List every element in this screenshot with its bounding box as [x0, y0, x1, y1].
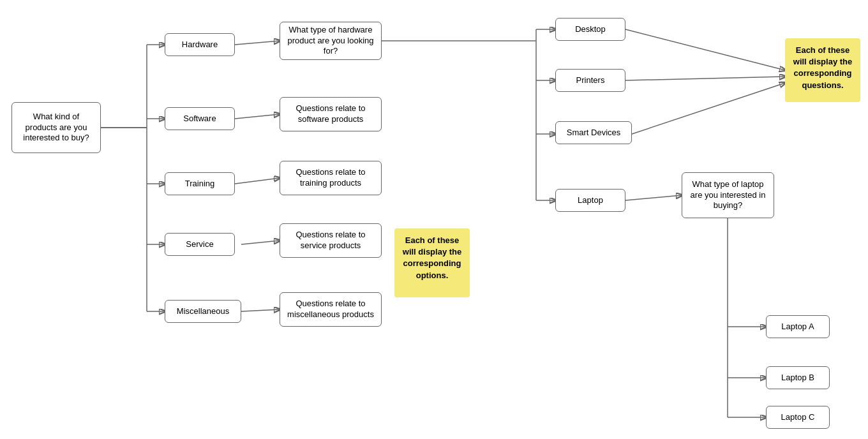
root-node: What kind of products are you interested…	[11, 102, 101, 153]
laptop-node: Laptop	[555, 189, 625, 212]
laptop-question-node: What type of laptop are you interested i…	[682, 172, 774, 218]
software-question-node: Questions relate to software products	[280, 97, 382, 131]
service-label: Service	[186, 239, 213, 250]
svg-line-19	[625, 195, 682, 200]
laptop-c-label: Laptop C	[781, 412, 815, 423]
laptop-question-label: What type of laptop are you interested i…	[687, 179, 768, 212]
svg-line-8	[235, 41, 280, 45]
svg-line-24	[625, 29, 785, 70]
hardware-label: Hardware	[182, 40, 218, 50]
callout-questions-label: Each of these will display the correspon…	[793, 45, 852, 90]
connector-lines	[0, 0, 868, 439]
callout-questions: Each of these will display the correspon…	[785, 38, 860, 102]
printers-label: Printers	[576, 75, 605, 86]
service-node: Service	[165, 233, 235, 256]
hardware-question-node: What type of hardware product are you lo…	[280, 22, 382, 60]
training-node: Training	[165, 172, 235, 195]
laptop-b-label: Laptop B	[781, 373, 814, 383]
misc-question-node: Questions relate to miscellaneous produc…	[280, 292, 382, 327]
smart-devices-label: Smart Devices	[567, 128, 621, 138]
training-question-label: Questions relate to training products	[285, 167, 376, 189]
callout-options: Each of these will display the correspon…	[394, 228, 470, 297]
svg-line-26	[632, 83, 785, 134]
laptop-c-node: Laptop C	[766, 406, 830, 429]
service-question-node: Questions relate to service products	[280, 223, 382, 258]
svg-line-10	[235, 178, 280, 184]
callout-options-label: Each of these will display the correspon…	[403, 235, 461, 280]
software-node: Software	[165, 107, 235, 130]
smart-devices-node: Smart Devices	[555, 121, 632, 144]
service-question-label: Questions relate to service products	[285, 230, 376, 251]
laptop-a-label: Laptop A	[781, 322, 814, 332]
svg-line-9	[235, 114, 280, 119]
training-label: Training	[185, 179, 214, 190]
hardware-question-label: What type of hardware product are you lo…	[285, 25, 376, 57]
printers-node: Printers	[555, 69, 625, 92]
diagram: What kind of products are you interested…	[0, 0, 868, 439]
misc-question-label: Questions relate to miscellaneous produc…	[285, 299, 376, 320]
desktop-node: Desktop	[555, 18, 625, 41]
laptop-label: Laptop	[578, 195, 603, 206]
svg-line-11	[241, 241, 280, 244]
laptop-b-node: Laptop B	[766, 366, 830, 389]
laptop-a-node: Laptop A	[766, 315, 830, 338]
svg-line-25	[625, 77, 785, 80]
software-label: Software	[183, 114, 216, 124]
desktop-label: Desktop	[575, 24, 606, 35]
training-question-node: Questions relate to training products	[280, 161, 382, 195]
root-label: What kind of products are you interested…	[17, 112, 95, 144]
software-question-label: Questions relate to software products	[285, 103, 376, 125]
miscellaneous-node: Miscellaneous	[165, 300, 241, 323]
miscellaneous-label: Miscellaneous	[177, 306, 229, 317]
hardware-node: Hardware	[165, 33, 235, 56]
svg-line-12	[241, 309, 280, 311]
